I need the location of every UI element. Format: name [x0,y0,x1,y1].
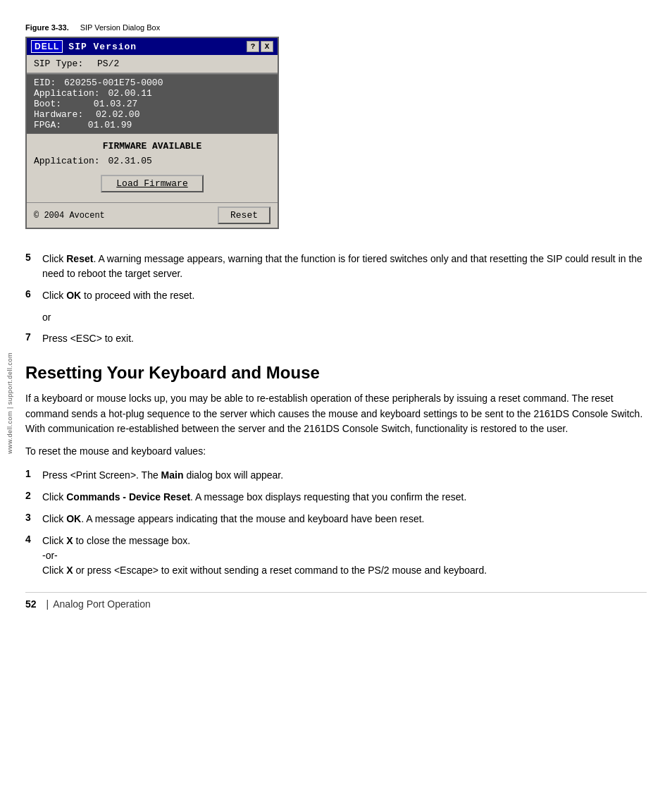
copyright-text: © 2004 Avocent [34,211,105,221]
kb-step-2: 2 Click Commands - Device Reset. A messa… [25,490,647,505]
dialog-titlebar: DELL SIP Version ? X [27,38,278,55]
kb-step-3: 3 Click OK. A message appears indicating… [25,512,647,526]
kb-step-4: 4 Click X to close the message box. -or-… [25,534,647,578]
kb-step-4-number: 4 [25,534,42,545]
eid-row: EID: 620255-001E75-0000 [34,78,270,88]
boot-value: 01.03.27 [94,99,137,109]
footer-section-text: Analog Port Operation [53,598,151,610]
kb-step-2-number: 2 [25,490,42,501]
hardware-value: 02.02.00 [96,109,139,120]
step-5: 5 Click Reset. A warning message appears… [25,252,647,281]
dialog-title: SIP Version [68,42,137,52]
step-7-text: Press <ESC> to exit. [42,331,647,346]
sidebar-watermark: www.dell.com | support.dell.com [0,0,20,807]
page-number: 52 [25,598,37,610]
footer-separator: | [46,598,49,610]
step-5-number: 5 [25,252,42,263]
boot-label: Boot: [34,99,61,109]
kb-step-1: 1 Press <Print Screen>. The Main dialog … [25,468,647,483]
application-label: Application: [34,88,100,99]
or-divider: or [42,312,647,323]
reset-button[interactable]: Reset [218,207,270,224]
help-button[interactable]: ? [247,41,259,52]
step-7: 7 Press <ESC> to exit. [25,331,647,346]
firmware-app-label: Application: [34,156,100,166]
sip-type-label: SIP Type: [34,58,83,69]
kb-step-4-text: Click X to close the message box. -or- C… [42,534,647,578]
kb-step-3-number: 3 [25,512,42,523]
step-6-number: 6 [25,288,42,300]
eid-value: 620255-001E75-0000 [64,78,163,88]
steps-list: 5 Click Reset. A warning message appears… [25,252,647,303]
step-6-text: Click OK to proceed with the reset. [42,288,647,303]
figure-label: Figure 3-33. SIP Version Dialog Box [25,21,647,32]
kb-step-1-number: 1 [25,468,42,479]
hardware-row: Hardware: 02.02.00 [34,109,270,120]
dell-logo: DELL [31,40,63,53]
load-firmware-button[interactable]: Load Firmware [101,175,203,192]
fpga-row: FPGA: 01.01.99 [34,120,270,130]
application-row: Application: 02.00.11 [34,88,270,99]
close-button[interactable]: X [261,41,273,52]
firmware-header: FIRMWARE AVAILABLE [27,138,278,154]
load-firmware-container: Load Firmware [27,168,278,201]
sip-type-row: SIP Type: PS/2 [27,55,278,74]
sip-type-value: PS/2 [97,58,119,69]
firmware-app-value: 02.31.05 [108,156,151,166]
firmware-section: FIRMWARE AVAILABLE Application: 02.31.05… [27,134,278,202]
dialog-info-section: EID: 620255-001E75-0000 Application: 02.… [27,74,278,134]
fpga-label: FPGA: [34,120,61,130]
hardware-label: Hardware: [34,109,83,120]
eid-label: EID: [34,78,56,88]
section-heading: Resetting Your Keyboard and Mouse [25,363,647,383]
step-7-list: 7 Press <ESC> to exit. [25,331,647,346]
application-value: 02.00.11 [108,88,151,99]
firmware-app-row: Application: 02.31.05 [27,154,278,168]
fpga-value: 01.01.99 [88,120,132,130]
boot-row: Boot: 01.03.27 [34,99,270,109]
kb-step-3-text: Click OK. A message appears indicating t… [42,512,647,526]
sip-version-dialog: DELL SIP Version ? X SIP Type: PS/2 EID:… [25,37,279,229]
kb-step-2-text: Click Commands - Device Reset. A message… [42,490,647,505]
kb-steps-list: 1 Press <Print Screen>. The Main dialog … [25,468,647,578]
page-footer: 52 | Analog Port Operation [25,592,647,610]
section-paragraph-2: To reset the mouse and keyboard values: [25,444,647,460]
section-paragraph-1: If a keyboard or mouse locks up, you may… [25,391,647,437]
step-7-number: 7 [25,331,42,343]
dialog-footer: © 2004 Avocent Reset [27,202,278,228]
kb-step-1-text: Press <Print Screen>. The Main dialog bo… [42,468,647,483]
step-6: 6 Click OK to proceed with the reset. [25,288,647,303]
step-5-text: Click Reset. A warning message appears, … [42,252,647,281]
